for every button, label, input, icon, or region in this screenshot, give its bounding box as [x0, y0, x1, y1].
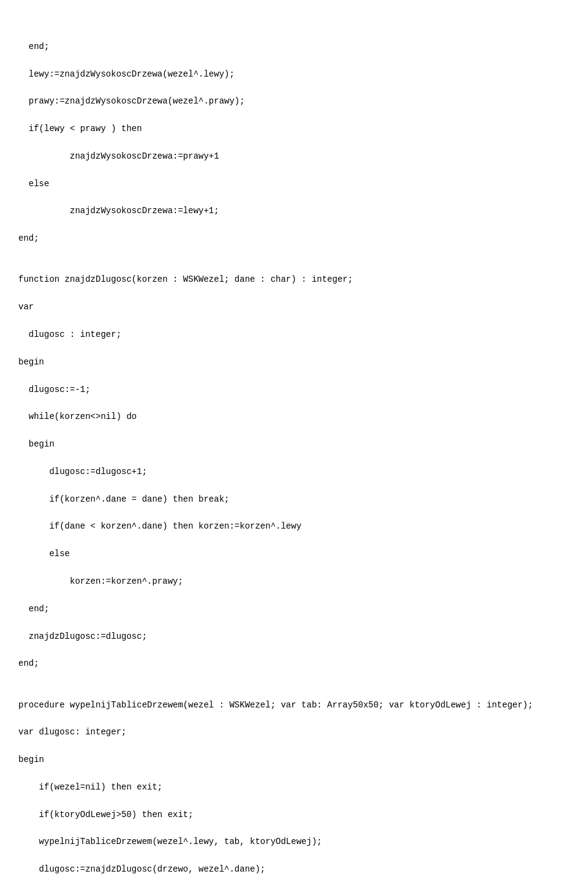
code-line: [18, 849, 570, 862]
code-line: if(lewy < prawy ) then: [18, 122, 570, 135]
code-line: [18, 190, 570, 204]
code-line: dlugosc:=-1;: [18, 383, 570, 396]
code-line: [18, 341, 570, 355]
code-line: if(dane < korzen^.dane) then korzen:=kor…: [18, 519, 570, 533]
code-line: [18, 424, 570, 437]
code-line: [18, 821, 570, 835]
code-line: begin: [18, 437, 570, 451]
code-line: [18, 506, 570, 519]
code-line: begin: [18, 753, 570, 766]
code-line: [18, 684, 570, 698]
code-line: else: [18, 547, 570, 560]
code-line: [18, 259, 570, 273]
code-line: [18, 53, 570, 67]
code-line: znajdzWysokoscDrzewa:=lewy+1;: [18, 204, 570, 217]
code-line: [18, 218, 570, 232]
code-line: znajdzDlugosc:=dlugosc;: [18, 630, 570, 643]
code-line: prawy:=znajdzWysokoscDrzewa(wezel^.prawy…: [18, 94, 570, 108]
code-line: dlugosc:=dlugosc+1;: [18, 465, 570, 478]
code-line: [18, 136, 570, 149]
code-line: [18, 616, 570, 629]
code-line: end;: [18, 657, 570, 670]
code-line: dlugosc:=znajdzDlugosc(drzewo, wezel^.da…: [18, 862, 570, 876]
code-line: [18, 561, 570, 575]
code-line: end;: [18, 232, 570, 245]
code-line: [18, 739, 570, 753]
code-line: var: [18, 300, 570, 314]
code-line: [18, 81, 570, 94]
code-line: while(korzen<>nil) do: [18, 410, 570, 423]
code-line: [18, 163, 570, 176]
code-line: dlugosc : integer;: [18, 328, 570, 341]
code-line: if(ktoryOdLewej>50) then exit;: [18, 808, 570, 821]
code-line: [18, 478, 570, 492]
code-line: procedure wypelnijTabliceDrzewem(wezel :…: [18, 698, 570, 712]
code-line: korzen:=korzen^.prawy;: [18, 575, 570, 588]
code-line: [18, 246, 570, 259]
code-line: [18, 314, 570, 328]
code-line: else: [18, 177, 570, 190]
code-line: [18, 671, 570, 684]
code-line: if(korzen^.dane = dane) then break;: [18, 492, 570, 506]
code-line: [18, 766, 570, 780]
code-line: [18, 108, 570, 122]
code-line: function znajdzDlugosc(korzen : WSKWezel…: [18, 273, 570, 286]
code-line: wypelnijTabliceDrzewem(wezel^.lewy, tab,…: [18, 835, 570, 848]
code-line: [18, 643, 570, 657]
code-line: end;: [18, 40, 570, 53]
code-line: if(wezel=nil) then exit;: [18, 780, 570, 794]
code-line: [18, 287, 570, 300]
code-line: znajdzWysokoscDrzewa:=prawy+1: [18, 149, 570, 163]
code-line: [18, 794, 570, 807]
code-line: [18, 533, 570, 547]
code-line: [18, 396, 570, 410]
code-line: var dlugosc: integer;: [18, 725, 570, 739]
code-line: end;: [18, 602, 570, 616]
code-line: [18, 712, 570, 725]
code-display: end; lewy:=znajdzWysokoscDrzewa(wezel^.l…: [18, 12, 570, 882]
code-line: lewy:=znajdzWysokoscDrzewa(wezel^.lewy);: [18, 67, 570, 81]
code-line: [18, 588, 570, 601]
code-line: [18, 451, 570, 465]
code-line: [18, 369, 570, 382]
code-line: [18, 876, 570, 882]
code-line: begin: [18, 355, 570, 369]
